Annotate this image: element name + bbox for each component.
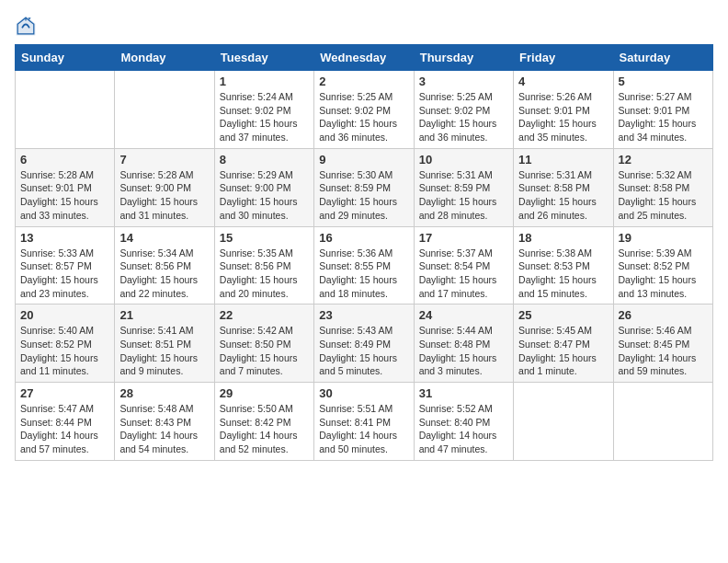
- day-number: 17: [419, 231, 508, 245]
- day-number: 7: [119, 153, 209, 167]
- day-detail: Sunrise: 5:28 AM Sunset: 9:01 PM Dayligh…: [20, 168, 109, 223]
- page-header: [15, 15, 713, 37]
- day-number: 1: [220, 75, 309, 88]
- day-number: 31: [419, 386, 508, 400]
- week-row-4: 20Sunrise: 5:40 AM Sunset: 8:52 PM Dayli…: [16, 304, 713, 383]
- day-detail: Sunrise: 5:27 AM Sunset: 9:01 PM Dayligh…: [619, 90, 708, 144]
- day-detail: Sunrise: 5:34 AM Sunset: 8:56 PM Dayligh…: [119, 247, 209, 301]
- logo-icon: [15, 15, 37, 37]
- calendar-cell: 27Sunrise: 5:47 AM Sunset: 8:44 PM Dayli…: [16, 383, 115, 461]
- calendar-cell: 18Sunrise: 5:38 AM Sunset: 8:53 PM Dayli…: [514, 226, 613, 304]
- column-header-monday: Monday: [115, 45, 214, 71]
- calendar-cell: 9Sunrise: 5:30 AM Sunset: 8:59 PM Daylig…: [314, 148, 414, 226]
- week-row-1: 1Sunrise: 5:24 AM Sunset: 9:02 PM Daylig…: [16, 71, 713, 149]
- calendar-cell: 14Sunrise: 5:34 AM Sunset: 8:56 PM Dayli…: [115, 226, 214, 304]
- day-number: 22: [220, 308, 309, 322]
- week-row-5: 27Sunrise: 5:47 AM Sunset: 8:44 PM Dayli…: [16, 383, 713, 461]
- calendar-table: SundayMondayTuesdayWednesdayThursdayFrid…: [15, 44, 713, 461]
- calendar-cell: 20Sunrise: 5:40 AM Sunset: 8:52 PM Dayli…: [16, 304, 115, 383]
- day-number: 14: [119, 231, 209, 245]
- day-number: 5: [619, 75, 708, 88]
- day-number: 29: [220, 386, 309, 400]
- day-number: 24: [419, 308, 508, 322]
- day-detail: Sunrise: 5:41 AM Sunset: 8:51 PM Dayligh…: [119, 324, 209, 378]
- day-detail: Sunrise: 5:44 AM Sunset: 8:48 PM Dayligh…: [419, 324, 508, 378]
- calendar-cell: 23Sunrise: 5:43 AM Sunset: 8:49 PM Dayli…: [314, 304, 414, 383]
- day-number: 27: [20, 386, 109, 400]
- day-number: 18: [518, 231, 608, 245]
- calendar-cell: 11Sunrise: 5:31 AM Sunset: 8:58 PM Dayli…: [514, 148, 613, 226]
- day-number: 8: [220, 153, 309, 167]
- day-detail: Sunrise: 5:25 AM Sunset: 9:02 PM Dayligh…: [319, 90, 408, 144]
- day-number: 19: [619, 231, 708, 245]
- day-number: 12: [619, 153, 708, 167]
- day-detail: Sunrise: 5:38 AM Sunset: 8:53 PM Dayligh…: [518, 247, 608, 301]
- calendar-cell: 2Sunrise: 5:25 AM Sunset: 9:02 PM Daylig…: [314, 71, 414, 149]
- day-number: 15: [220, 231, 309, 245]
- calendar-cell: 15Sunrise: 5:35 AM Sunset: 8:56 PM Dayli…: [214, 226, 313, 304]
- day-number: 30: [319, 386, 408, 400]
- day-number: 20: [20, 308, 109, 322]
- day-number: 6: [20, 153, 109, 167]
- day-number: 2: [319, 75, 408, 88]
- day-detail: Sunrise: 5:33 AM Sunset: 8:57 PM Dayligh…: [20, 247, 109, 301]
- calendar-cell: 22Sunrise: 5:42 AM Sunset: 8:50 PM Dayli…: [214, 304, 313, 383]
- day-detail: Sunrise: 5:37 AM Sunset: 8:54 PM Dayligh…: [419, 247, 508, 301]
- day-number: 28: [119, 386, 209, 400]
- day-number: 4: [518, 75, 608, 88]
- day-number: 3: [419, 75, 508, 88]
- calendar-cell: 24Sunrise: 5:44 AM Sunset: 8:48 PM Dayli…: [414, 304, 513, 383]
- day-number: 21: [119, 308, 209, 322]
- calendar-cell: 13Sunrise: 5:33 AM Sunset: 8:57 PM Dayli…: [16, 226, 115, 304]
- day-detail: Sunrise: 5:52 AM Sunset: 8:40 PM Dayligh…: [419, 402, 508, 456]
- calendar-cell: 4Sunrise: 5:26 AM Sunset: 9:01 PM Daylig…: [514, 71, 613, 149]
- day-detail: Sunrise: 5:39 AM Sunset: 8:52 PM Dayligh…: [619, 247, 708, 301]
- day-number: 16: [319, 231, 408, 245]
- calendar-cell: 31Sunrise: 5:52 AM Sunset: 8:40 PM Dayli…: [414, 383, 513, 461]
- calendar-header-row: SundayMondayTuesdayWednesdayThursdayFrid…: [16, 45, 713, 71]
- day-number: 11: [518, 153, 608, 167]
- day-detail: Sunrise: 5:36 AM Sunset: 8:55 PM Dayligh…: [319, 247, 408, 301]
- calendar-cell: 1Sunrise: 5:24 AM Sunset: 9:02 PM Daylig…: [214, 71, 313, 149]
- day-detail: Sunrise: 5:29 AM Sunset: 9:00 PM Dayligh…: [220, 168, 309, 223]
- day-detail: Sunrise: 5:31 AM Sunset: 8:59 PM Dayligh…: [419, 168, 508, 223]
- week-row-2: 6Sunrise: 5:28 AM Sunset: 9:01 PM Daylig…: [16, 148, 713, 226]
- calendar-cell: 7Sunrise: 5:28 AM Sunset: 9:00 PM Daylig…: [115, 148, 214, 226]
- calendar-cell: [613, 383, 712, 461]
- calendar-cell: 10Sunrise: 5:31 AM Sunset: 8:59 PM Dayli…: [414, 148, 513, 226]
- calendar-cell: [115, 71, 214, 149]
- calendar-cell: 12Sunrise: 5:32 AM Sunset: 8:58 PM Dayli…: [613, 148, 712, 226]
- day-number: 26: [619, 308, 708, 322]
- calendar-cell: 30Sunrise: 5:51 AM Sunset: 8:41 PM Dayli…: [314, 383, 414, 461]
- day-detail: Sunrise: 5:35 AM Sunset: 8:56 PM Dayligh…: [220, 247, 309, 301]
- day-detail: Sunrise: 5:50 AM Sunset: 8:42 PM Dayligh…: [220, 402, 309, 456]
- day-detail: Sunrise: 5:31 AM Sunset: 8:58 PM Dayligh…: [518, 168, 608, 223]
- day-detail: Sunrise: 5:24 AM Sunset: 9:02 PM Dayligh…: [220, 90, 309, 144]
- calendar-cell: 17Sunrise: 5:37 AM Sunset: 8:54 PM Dayli…: [414, 226, 513, 304]
- day-detail: Sunrise: 5:26 AM Sunset: 9:01 PM Dayligh…: [518, 90, 608, 144]
- day-detail: Sunrise: 5:48 AM Sunset: 8:43 PM Dayligh…: [119, 402, 209, 456]
- calendar-cell: 29Sunrise: 5:50 AM Sunset: 8:42 PM Dayli…: [214, 383, 313, 461]
- calendar-cell: 21Sunrise: 5:41 AM Sunset: 8:51 PM Dayli…: [115, 304, 214, 383]
- day-number: 9: [319, 153, 408, 167]
- column-header-saturday: Saturday: [613, 45, 712, 71]
- column-header-tuesday: Tuesday: [214, 45, 313, 71]
- day-number: 13: [20, 231, 109, 245]
- day-detail: Sunrise: 5:47 AM Sunset: 8:44 PM Dayligh…: [20, 402, 109, 456]
- calendar-cell: 8Sunrise: 5:29 AM Sunset: 9:00 PM Daylig…: [214, 148, 313, 226]
- day-detail: Sunrise: 5:32 AM Sunset: 8:58 PM Dayligh…: [619, 168, 708, 223]
- calendar-cell: 19Sunrise: 5:39 AM Sunset: 8:52 PM Dayli…: [613, 226, 712, 304]
- calendar-cell: [16, 71, 115, 149]
- day-detail: Sunrise: 5:43 AM Sunset: 8:49 PM Dayligh…: [319, 324, 408, 378]
- day-detail: Sunrise: 5:45 AM Sunset: 8:47 PM Dayligh…: [518, 324, 608, 378]
- day-number: 25: [518, 308, 608, 322]
- day-detail: Sunrise: 5:42 AM Sunset: 8:50 PM Dayligh…: [220, 324, 309, 378]
- column-header-sunday: Sunday: [16, 45, 115, 71]
- calendar-cell: 26Sunrise: 5:46 AM Sunset: 8:45 PM Dayli…: [613, 304, 712, 383]
- calendar-cell: [514, 383, 613, 461]
- day-detail: Sunrise: 5:30 AM Sunset: 8:59 PM Dayligh…: [319, 168, 408, 223]
- day-detail: Sunrise: 5:25 AM Sunset: 9:02 PM Dayligh…: [419, 90, 508, 144]
- day-number: 23: [319, 308, 408, 322]
- day-detail: Sunrise: 5:28 AM Sunset: 9:00 PM Dayligh…: [119, 168, 209, 223]
- calendar-cell: 5Sunrise: 5:27 AM Sunset: 9:01 PM Daylig…: [613, 71, 712, 149]
